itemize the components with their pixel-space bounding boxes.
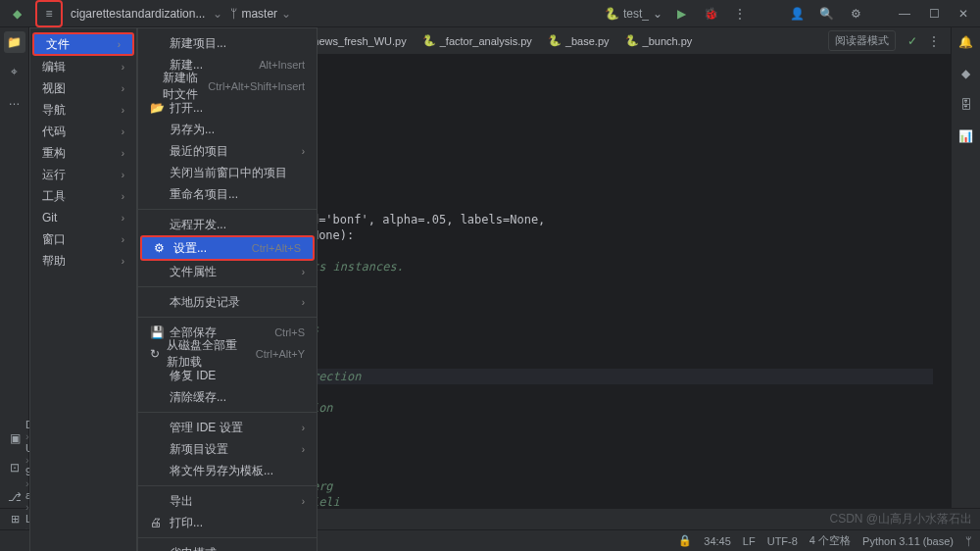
lock-icon[interactable]: 🔒 bbox=[678, 534, 692, 547]
problems-tool-icon[interactable]: ⊡ bbox=[4, 457, 25, 478]
indent-setting[interactable]: 4 个空格 bbox=[809, 533, 851, 548]
editor-tab[interactable]: 🐍_base.py bbox=[542, 31, 615, 50]
structure-tool-icon[interactable]: ⌖ bbox=[4, 61, 25, 82]
menu-item[interactable]: Git› bbox=[30, 207, 136, 228]
hamburger-menu-icon[interactable]: ≡ bbox=[38, 3, 60, 25]
title-bar: ◆ ≡ cigarettestandardization... ⌄ ᛘ mast… bbox=[0, 0, 980, 27]
menu-item[interactable]: 帮助› bbox=[30, 250, 136, 272]
run-config[interactable]: 🐍 test_ ⌄ bbox=[605, 7, 662, 21]
menu-item[interactable]: 清除缓存... bbox=[138, 386, 317, 408]
python-icon: 🐍 bbox=[548, 34, 562, 47]
line-separator[interactable]: LF bbox=[743, 535, 756, 547]
vcs-tool-icon[interactable]: ⎇ bbox=[4, 486, 25, 508]
menu-item[interactable]: 最近的项目› bbox=[138, 140, 317, 162]
menu-item-settings[interactable]: ⚙设置...Ctrl+Alt+S bbox=[140, 235, 315, 261]
reader-mode-toggle[interactable]: 阅读器模式 bbox=[828, 30, 896, 51]
search-icon[interactable]: 🔍 bbox=[815, 3, 837, 25]
project-tool-icon[interactable]: 📁 bbox=[4, 31, 25, 53]
bookmarks-tool-icon[interactable]: … bbox=[4, 90, 25, 112]
right-tool-rail: 🔔 ◆ 🗄 📊 bbox=[951, 27, 980, 529]
menu-item[interactable]: 远程开发... bbox=[138, 214, 317, 235]
menu-item[interactable]: 管理 IDE 设置› bbox=[138, 417, 317, 438]
cursor-position[interactable]: 34:45 bbox=[704, 535, 731, 547]
menu-item[interactable]: 窗口› bbox=[30, 228, 136, 250]
folder-icon: 📂 bbox=[150, 101, 164, 115]
status-branch[interactable]: ᛘ bbox=[965, 535, 972, 547]
menu-item[interactable]: ↻从磁盘全部重新加载Ctrl+Alt+Y bbox=[138, 343, 317, 365]
chevron-down-icon: ⌄ bbox=[653, 7, 662, 21]
menu-item[interactable]: 视图› bbox=[30, 77, 136, 99]
print-icon: 🖨 bbox=[150, 516, 164, 529]
menu-item[interactable]: 重命名项目... bbox=[138, 183, 317, 205]
menu-item[interactable]: 导航› bbox=[30, 99, 136, 121]
menu-item[interactable]: 将文件另存为模板... bbox=[138, 460, 317, 481]
debug-button[interactable]: 🐞 bbox=[700, 3, 721, 25]
more-icon[interactable]: ⋮ bbox=[729, 3, 751, 25]
tabs-more-icon[interactable]: ⋮ bbox=[923, 30, 945, 52]
menu-item[interactable]: 新建临时文件Ctrl+Alt+Shift+Insert bbox=[138, 75, 317, 97]
main-menu: 文件›编辑›视图›导航›代码›重构›运行›工具›Git›窗口›帮助› bbox=[29, 27, 137, 551]
menu-item[interactable]: 导出› bbox=[138, 490, 317, 512]
menu-item[interactable]: 新建项目... bbox=[138, 32, 317, 54]
branch-label: master bbox=[241, 7, 277, 21]
menu-item[interactable]: 重构› bbox=[30, 142, 136, 164]
menu-item[interactable]: 代码› bbox=[30, 121, 136, 142]
editor-tab[interactable]: 🐍_bunch.py bbox=[619, 31, 699, 50]
menu-popup-layer: 文件›编辑›视图›导航›代码›重构›运行›工具›Git›窗口›帮助› 新建项目.… bbox=[29, 27, 318, 551]
main-menu-highlight: ≡ bbox=[35, 0, 63, 27]
file-encoding[interactable]: UTF-8 bbox=[767, 535, 798, 547]
breadcrumb-home-icon[interactable]: ⊞ bbox=[8, 509, 22, 530]
minimize-icon[interactable]: — bbox=[894, 3, 915, 25]
project-name[interactable]: cigarettestandardization... bbox=[71, 7, 205, 21]
inspection-ok-icon[interactable]: ✓ bbox=[907, 34, 917, 48]
reload-icon: ↻ bbox=[150, 347, 161, 361]
notifications-icon[interactable]: 🔔 bbox=[956, 31, 977, 53]
chevron-down-icon: ⌄ bbox=[281, 7, 291, 21]
gear-icon[interactable]: ⚙ bbox=[845, 3, 866, 25]
menu-item[interactable]: 省电模式 bbox=[138, 542, 317, 551]
gear-icon: ⚙ bbox=[154, 241, 168, 255]
maximize-icon[interactable]: ☐ bbox=[923, 3, 945, 25]
ai-assistant-icon[interactable]: ◆ bbox=[956, 63, 977, 84]
python-icon: 🐍 bbox=[605, 7, 619, 21]
app-icon: ◆ bbox=[6, 3, 27, 25]
file-submenu: 新建项目...新建...Alt+Insert新建临时文件Ctrl+Alt+Shi… bbox=[137, 27, 318, 551]
sciview-tool-icon[interactable]: 📊 bbox=[956, 125, 977, 147]
menu-item[interactable]: 文件属性› bbox=[138, 261, 317, 282]
vcs-branch[interactable]: ᛘ master ⌄ bbox=[230, 7, 291, 21]
menu-item[interactable]: 关闭当前窗口中的项目 bbox=[138, 162, 317, 183]
menu-item[interactable]: 本地历史记录› bbox=[138, 291, 317, 313]
run-config-label: test_ bbox=[623, 7, 649, 21]
chevron-down-icon[interactable]: ⌄ bbox=[213, 7, 222, 21]
menu-item[interactable]: 🖨打印... bbox=[138, 512, 317, 533]
python-icon: 🐍 bbox=[625, 34, 639, 47]
terminal-tool-icon[interactable]: ▣ bbox=[4, 427, 25, 449]
interpreter[interactable]: Python 3.11 (base) bbox=[862, 535, 954, 547]
python-icon: 🐍 bbox=[422, 34, 436, 47]
menu-item[interactable]: 文件› bbox=[32, 32, 134, 56]
user-icon[interactable]: 👤 bbox=[786, 3, 808, 25]
menu-item[interactable]: 📂打开... bbox=[138, 97, 317, 119]
menu-item[interactable]: 编辑› bbox=[30, 56, 136, 77]
run-button[interactable]: ▶ bbox=[670, 3, 692, 25]
database-tool-icon[interactable]: 🗄 bbox=[956, 94, 977, 116]
menu-item[interactable]: 新项目设置› bbox=[138, 438, 317, 460]
editor-tab[interactable]: 🐍_factor_analysis.py bbox=[416, 31, 538, 50]
close-icon[interactable]: ✕ bbox=[953, 3, 974, 25]
code-body[interactable]: r Measures 1:16:09 2012 ence wrapper esu… bbox=[220, 55, 933, 529]
menu-item[interactable]: 工具› bbox=[30, 185, 136, 207]
menu-item[interactable]: 运行› bbox=[30, 164, 136, 185]
branch-icon: ᛘ bbox=[230, 7, 237, 21]
menu-item[interactable]: 另存为... bbox=[138, 119, 317, 140]
watermark: CSDN @山高月小水落石出 bbox=[829, 511, 972, 527]
